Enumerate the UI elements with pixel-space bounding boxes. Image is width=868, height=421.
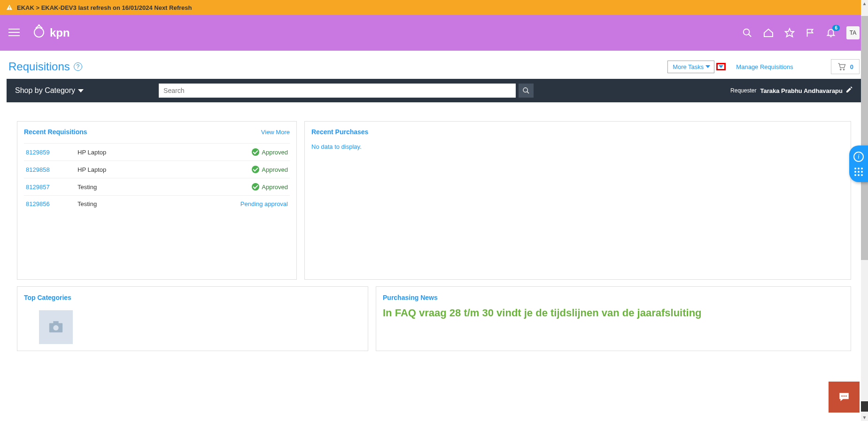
cart-count: 0 — [850, 63, 853, 70]
more-tasks-label: More Tasks — [673, 63, 704, 70]
svg-point-14 — [53, 325, 58, 330]
highlight-box — [716, 63, 726, 70]
requisitions-table: 8129859HP LaptopApproved8129858HP Laptop… — [24, 143, 290, 212]
crown-icon — [31, 24, 47, 41]
help-widget[interactable]: i — [849, 145, 868, 182]
shop-by-category-label: Shop by Category — [15, 86, 75, 95]
hamburger-menu-icon[interactable] — [8, 29, 20, 37]
requisition-description: Testing — [76, 178, 159, 196]
shop-bar: Shop by Category Requester Taraka Prabhu… — [7, 79, 861, 102]
requisition-status: Approved — [159, 144, 290, 161]
home-icon[interactable] — [763, 27, 774, 38]
flag-icon[interactable] — [805, 28, 815, 38]
edit-requester-icon[interactable] — [845, 86, 853, 95]
page-title-row: Requisitions ? More Tasks Manage Requisi… — [0, 51, 868, 79]
recent-requisitions-card: Recent Requisitions View More 8129859HP … — [17, 121, 297, 280]
svg-point-2 — [34, 28, 44, 37]
cart-button[interactable]: 0 — [831, 59, 860, 74]
chevron-down-icon — [705, 65, 710, 68]
requisition-id-link[interactable]: 8129859 — [24, 144, 76, 161]
camera-icon — [46, 319, 65, 335]
vertical-scrollbar[interactable]: ▲ ▼ — [861, 0, 868, 367]
requisition-id-link[interactable]: 8129856 — [24, 196, 76, 213]
table-row: 8129858HP LaptopApproved — [24, 161, 290, 178]
chevron-down-icon[interactable] — [719, 65, 723, 68]
category-placeholder-image[interactable] — [39, 310, 73, 344]
recent-purchases-card: Recent Purchases No data to display. — [304, 121, 851, 280]
purchasing-news-card: Purchasing News In FAQ vraag 28 t/m 30 v… — [376, 286, 851, 351]
search-icon — [522, 87, 530, 94]
warning-icon — [6, 4, 13, 11]
scroll-up-arrow[interactable]: ▲ — [861, 0, 868, 7]
main-content: Recent Requisitions View More 8129859HP … — [0, 102, 868, 367]
shop-by-category-dropdown[interactable]: Shop by Category — [15, 86, 84, 95]
svg-point-4 — [744, 29, 750, 35]
scrollbar-thumb[interactable] — [861, 16, 868, 260]
brand-logo[interactable]: kpn — [31, 24, 70, 41]
svg-point-9 — [840, 69, 841, 70]
bell-icon[interactable]: 6 — [826, 28, 836, 38]
user-avatar[interactable]: TA — [846, 26, 860, 39]
help-icon[interactable]: ? — [74, 62, 82, 71]
cart-icon — [837, 62, 846, 71]
requisition-description: HP Laptop — [76, 144, 159, 161]
search-button[interactable] — [519, 84, 534, 98]
requisition-status: Approved — [159, 161, 290, 178]
svg-point-10 — [843, 69, 844, 70]
requester-label: Requester — [730, 87, 756, 94]
svg-line-5 — [749, 34, 752, 37]
no-data-message: No data to display. — [311, 143, 844, 150]
environment-warning-text[interactable]: EKAK > EKAK-DEV3 last refresh on 16/01/2… — [17, 4, 192, 11]
requisition-id-link[interactable]: 8129858 — [24, 161, 76, 178]
table-row: 8129859HP LaptopApproved — [24, 144, 290, 161]
table-row: 8129856TestingPending approval — [24, 196, 290, 213]
svg-point-3 — [39, 25, 39, 26]
environment-warning-bar: EKAK > EKAK-DEV3 last refresh on 16/01/2… — [0, 0, 868, 15]
chevron-down-icon — [78, 89, 84, 92]
card-title: Top Categories — [24, 294, 71, 301]
news-headline: In FAQ vraag 28 t/m 30 vindt je de tijds… — [383, 302, 844, 325]
requisition-description: Testing — [76, 196, 159, 213]
star-icon[interactable] — [784, 28, 795, 38]
svg-point-11 — [523, 88, 527, 92]
page-title: Requisitions ? — [8, 60, 82, 73]
search-icon[interactable] — [742, 28, 752, 38]
view-more-link[interactable]: View More — [261, 129, 290, 136]
requisition-status: Approved — [159, 178, 290, 196]
requisition-status: Pending approval — [159, 196, 290, 213]
card-title: Purchasing News — [383, 294, 438, 301]
notification-badge: 6 — [832, 25, 840, 31]
search-input[interactable] — [159, 84, 516, 98]
svg-marker-6 — [785, 29, 794, 37]
top-categories-card: Top Categories — [17, 286, 368, 351]
check-circle-icon — [252, 166, 259, 173]
requisition-description: HP Laptop — [76, 161, 159, 178]
page-title-text: Requisitions — [8, 60, 70, 73]
svg-line-12 — [527, 92, 529, 93]
svg-rect-15 — [53, 321, 58, 324]
card-title: Recent Requisitions — [24, 128, 87, 136]
info-icon: i — [853, 152, 864, 162]
keypad-icon — [854, 168, 863, 176]
svg-rect-0 — [9, 6, 9, 8]
card-title: Recent Purchases — [311, 128, 368, 136]
pending-approval-link[interactable]: Pending approval — [240, 200, 288, 207]
more-tasks-dropdown[interactable]: More Tasks — [667, 61, 714, 73]
brand-name: kpn — [50, 26, 70, 39]
svg-rect-1 — [9, 9, 9, 9]
global-header: kpn 6 TA — [0, 15, 868, 51]
check-circle-icon — [252, 183, 259, 191]
requisition-id-link[interactable]: 8129857 — [24, 178, 76, 196]
table-row: 8129857TestingApproved — [24, 178, 290, 196]
manage-requisitions-link[interactable]: Manage Requisitions — [736, 63, 793, 70]
requester-name: Taraka Prabhu Andhavarapu — [760, 87, 843, 94]
check-circle-icon — [252, 148, 259, 156]
